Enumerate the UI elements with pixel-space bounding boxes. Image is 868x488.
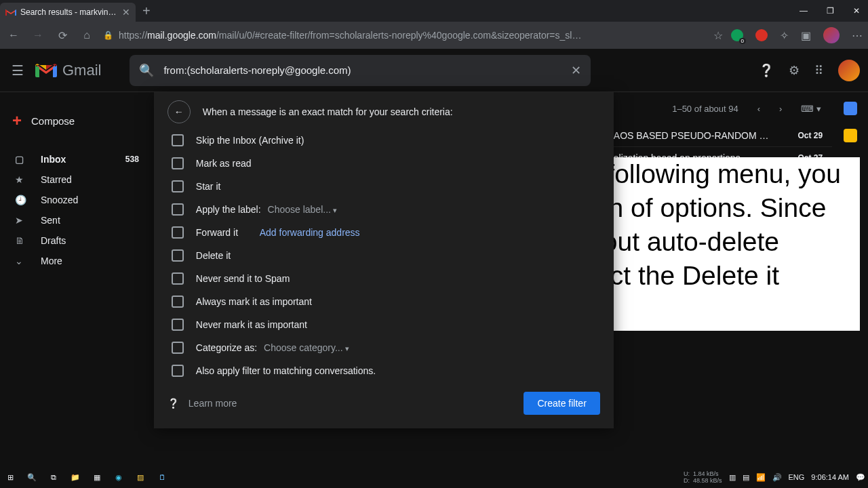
address-bar[interactable]: 🔒 https://mail.google.com/mail/u/0/#crea… [103, 30, 705, 41]
checkbox[interactable] [172, 272, 184, 285]
filter-option-apply-label[interactable]: Apply the label: Choose label... [167, 198, 600, 221]
calendar-addon-icon[interactable] [844, 102, 857, 115]
checkbox[interactable] [172, 296, 184, 308]
sidebar-label: Drafts [41, 235, 66, 246]
create-filter-button[interactable]: Create filter [524, 392, 599, 415]
category-dropdown[interactable]: Choose category... [264, 342, 349, 353]
filter-option-forward[interactable]: Forward it Add forwarding address [167, 221, 600, 244]
add-forwarding-link[interactable]: Add forwarding address [260, 227, 360, 238]
gmail-header: ☰ Gmail 🔍 from:(scholaralerts-noreply@go… [0, 49, 868, 92]
lock-icon: 🔒 [103, 30, 113, 40]
search-query[interactable]: from:(scholaralerts-noreply@google.com) [163, 64, 561, 76]
volume-icon[interactable]: 🔊 [772, 473, 782, 482]
chevron-down-icon: ⌄ [15, 256, 28, 266]
notification-icon[interactable]: 💬 [856, 473, 865, 482]
language-indicator[interactable]: ENG [789, 473, 805, 481]
gmail-brand-text: Gmail [62, 62, 101, 79]
filter-option-never-spam[interactable]: Never send it to Spam [167, 267, 600, 290]
checkbox[interactable] [172, 226, 184, 239]
sticky-notes-icon[interactable]: ▨ [133, 470, 148, 485]
account-avatar[interactable] [838, 60, 860, 81]
app-icon[interactable]: ▦ [90, 470, 104, 485]
gmail-icon [35, 62, 57, 79]
filter-option-apply-matching[interactable]: Also apply filter to matching conversati… [167, 359, 600, 382]
filter-option-always-important[interactable]: Always mark it as important [167, 290, 600, 313]
checkbox[interactable] [172, 134, 184, 146]
sidebar-label: Sent [41, 215, 60, 226]
inbox-count: 538 [125, 155, 139, 164]
label-dropdown[interactable]: Choose label... [268, 204, 337, 215]
checkbox[interactable] [172, 319, 184, 331]
search-box[interactable]: 🔍 from:(scholaralerts-noreply@google.com… [130, 55, 591, 86]
tray-icon[interactable]: ▥ [729, 473, 736, 482]
gmail-logo[interactable]: Gmail [35, 62, 101, 79]
notepad-icon[interactable]: 🗒 [155, 470, 170, 485]
refresh-button[interactable]: ⟳ [54, 29, 71, 42]
star-icon: ★ [15, 174, 28, 185]
support-icon[interactable]: ❔ [759, 63, 774, 78]
filter-option-categorize[interactable]: Categorize as: Choose category... [167, 336, 600, 359]
new-tab-button[interactable]: + [142, 3, 151, 19]
window-close[interactable]: ✕ [853, 6, 860, 16]
sidebar-item-starred[interactable]: ★ Starred [0, 169, 154, 190]
wifi-icon[interactable]: 📶 [756, 473, 766, 482]
input-tools-icon[interactable]: ⌨ ▾ [801, 104, 821, 114]
file-explorer-icon[interactable]: 📁 [68, 470, 83, 485]
sidebar-label: Inbox [41, 154, 66, 165]
inbox-icon: ▢ [15, 154, 28, 165]
prev-page-icon[interactable]: ‹ [757, 104, 760, 114]
search-icon[interactable]: 🔍 [139, 63, 154, 78]
clear-search-icon[interactable]: ✕ [571, 63, 581, 78]
checkbox[interactable] [172, 157, 184, 169]
checkbox[interactable] [172, 342, 184, 354]
filter-option-star[interactable]: Star it [167, 175, 600, 198]
home-button[interactable]: ⌂ [79, 29, 95, 41]
sidebar-item-inbox[interactable]: ▢ Inbox 538 [0, 149, 154, 169]
help-icon: ❔ [167, 398, 179, 409]
filter-option-never-important[interactable]: Never mark it as important [167, 313, 600, 336]
sidebar-item-drafts[interactable]: 🗎 Drafts [0, 230, 154, 251]
browser-menu-icon[interactable]: ⋯ [852, 29, 863, 42]
browser-profile-avatar[interactable] [823, 27, 840, 43]
url-domain: mail.google.com [147, 30, 216, 41]
checkbox[interactable] [172, 365, 184, 377]
sidebar-item-snoozed[interactable]: 🕘 Snoozed [0, 190, 154, 210]
back-button[interactable]: ← [5, 29, 22, 41]
apps-grid-icon[interactable]: ⠿ [814, 63, 823, 78]
next-page-icon[interactable]: › [779, 104, 782, 114]
sidebar-item-sent[interactable]: ➤ Sent [0, 210, 154, 230]
email-date: Oct 29 [781, 131, 823, 140]
tab-close-icon[interactable]: ✕ [122, 7, 130, 18]
checkbox[interactable] [172, 203, 184, 216]
checkbox[interactable] [172, 180, 184, 192]
favorite-icon[interactable]: ☆ [713, 29, 723, 42]
window-maximize[interactable]: ❐ [827, 6, 834, 16]
main-menu-icon[interactable]: ☰ [8, 62, 27, 79]
email-row[interactable]: …AOS BASED PSEUDO-RANDOM …Oct 29 [595, 125, 832, 147]
keep-addon-icon[interactable] [844, 129, 857, 142]
checkbox[interactable] [172, 249, 184, 262]
browser-tab[interactable]: Search results - markvincentban… ✕ [0, 3, 136, 22]
filter-option-mark-read[interactable]: Mark as read [167, 152, 600, 175]
taskbar-search-icon[interactable]: 🔍 [24, 470, 39, 485]
window-minimize[interactable]: — [800, 6, 808, 16]
task-view-icon[interactable]: ⧉ [46, 470, 61, 485]
tab-title: Search results - markvincentban… [20, 7, 118, 17]
clock[interactable]: 9:06:14 AM [811, 473, 849, 481]
filter-option-delete[interactable]: Delete it [167, 244, 600, 267]
start-button[interactable]: ⊞ [3, 470, 18, 485]
favorites-bar-icon[interactable]: ✧ [780, 29, 789, 42]
filter-back-button[interactable]: ← [167, 100, 191, 123]
filter-heading: When a message is an exact match for you… [203, 106, 453, 117]
learn-more-link[interactable]: ❔Learn more [167, 398, 237, 409]
tray-icon[interactable]: ▤ [743, 473, 749, 482]
edge-browser-icon[interactable]: ◉ [111, 470, 126, 485]
collections-icon[interactable]: ▣ [801, 29, 811, 42]
compose-button[interactable]: + Compose [5, 103, 104, 138]
filter-option-skip-inbox[interactable]: Skip the Inbox (Archive it) [167, 129, 600, 152]
extension-shield-red[interactable] [755, 29, 768, 41]
sidebar-item-more[interactable]: ⌄ More [0, 251, 154, 271]
forward-button[interactable]: → [30, 29, 46, 41]
extension-shield-green[interactable] [731, 29, 743, 41]
settings-gear-icon[interactable]: ⚙ [789, 63, 800, 78]
